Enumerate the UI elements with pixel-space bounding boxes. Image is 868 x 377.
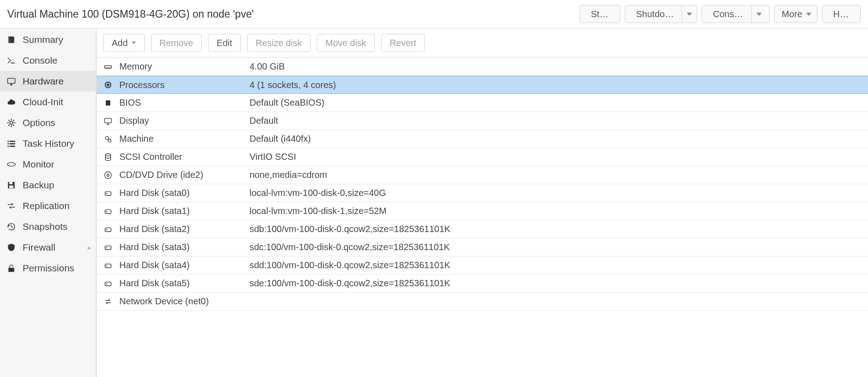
hdd-icon <box>97 189 119 198</box>
sidebar-item-label: Snapshots <box>23 221 67 232</box>
book-icon <box>6 35 16 45</box>
hdd-icon <box>97 261 119 270</box>
hardware-value: Default (i440fx) <box>246 134 868 144</box>
gears-icon <box>97 135 119 144</box>
hardware-value: 4.00 GiB <box>246 61 868 72</box>
hardware-grid: Memory4.00 GiBProcessors4 (1 sockets, 4 … <box>97 58 868 377</box>
sidebar-item-monitor[interactable]: Monitor <box>0 154 96 175</box>
sidebar-item-replication[interactable]: Replication <box>0 195 96 216</box>
sidebar-item-cloud-init[interactable]: Cloud-Init <box>0 92 96 112</box>
hardware-value: local-lvm:vm-100-disk-0,size=40G <box>246 188 868 198</box>
hardware-toolbar: Add Remove Edit Resize disk Move disk Re… <box>97 28 868 58</box>
disc-icon <box>97 171 119 180</box>
db-icon <box>97 153 119 162</box>
hardware-row[interactable]: Hard Disk (sata1)local-lvm:vm-100-disk-1… <box>97 202 868 220</box>
console-button[interactable]: Cons… <box>702 5 769 23</box>
cloud-icon <box>6 97 16 107</box>
remove-label: Remove <box>160 38 193 48</box>
sidebar-item-firewall[interactable]: Firewall▸ <box>0 237 96 258</box>
content-panel: Add Remove Edit Resize disk Move disk Re… <box>96 28 868 377</box>
sidebar-item-label: Summary <box>23 34 63 45</box>
more-button[interactable]: More <box>774 5 817 23</box>
add-label: Add <box>112 38 128 48</box>
hardware-row[interactable]: BIOSDefault (SeaBIOS) <box>97 94 868 112</box>
start-button[interactable]: St… <box>580 5 620 23</box>
sidebar-item-label: Monitor <box>23 159 54 170</box>
revert-label: Revert <box>390 38 416 48</box>
console-caret[interactable] <box>751 5 767 23</box>
chevron-right-icon: ▸ <box>88 243 91 252</box>
sidebar: SummaryConsoleHardwareCloud-InitOptionsT… <box>0 28 96 377</box>
sidebar-item-console[interactable]: Console <box>0 50 96 71</box>
hardware-name: SCSI Controller <box>119 152 246 162</box>
hardware-value: sdc:100/vm-100-disk-0.qcow2,size=1825361… <box>246 242 868 252</box>
sidebar-item-summary[interactable]: Summary <box>0 29 96 50</box>
edit-button[interactable]: Edit <box>208 34 241 52</box>
hardware-value: VirtIO SCSI <box>246 152 868 162</box>
hardware-name: BIOS <box>119 98 246 108</box>
hdd-icon <box>97 225 119 234</box>
shield-icon <box>6 242 16 252</box>
monitor-icon <box>97 116 119 126</box>
unlock-icon <box>6 263 16 273</box>
chevron-down-icon <box>756 13 762 16</box>
hardware-name: Machine <box>119 134 246 144</box>
sidebar-item-label: Firewall <box>23 242 55 253</box>
floppy-icon <box>6 180 16 190</box>
shutdown-button[interactable]: Shutdo… <box>625 5 697 23</box>
hdd-icon <box>97 243 119 252</box>
sidebar-item-backup[interactable]: Backup <box>0 175 96 195</box>
hardware-row[interactable]: Network Device (net0)=Bridge=vmbr0,firew… <box>97 293 868 311</box>
sidebar-item-options[interactable]: Options <box>0 112 96 133</box>
hardware-value: 4 (1 sockets, 4 cores) <box>246 80 868 90</box>
hardware-name: Hard Disk (sata5) <box>119 278 246 289</box>
repl-icon <box>6 201 16 211</box>
hardware-value: sdd:100/vm-100-disk-0.qcow2,size=1825361… <box>246 260 868 270</box>
hardware-name: Hard Disk (sata0) <box>119 188 246 198</box>
hardware-row[interactable]: SCSI ControllerVirtIO SCSI <box>97 148 868 166</box>
hdd-icon <box>97 279 119 288</box>
hardware-row[interactable]: Memory4.00 GiB <box>97 58 868 76</box>
sidebar-item-label: Replication <box>23 200 70 211</box>
hardware-row[interactable]: Hard Disk (sata2)sdb:100/vm-100-disk-0.q… <box>97 220 868 238</box>
start-label: St… <box>591 9 609 19</box>
hardware-row[interactable]: CD/DVD Drive (ide2)none,media=cdrom <box>97 166 868 184</box>
eye-icon <box>6 159 16 169</box>
hardware-row[interactable]: Hard Disk (sata5)sde:100/vm-100-disk-0.q… <box>97 275 868 293</box>
shutdown-label: Shutdo… <box>636 9 674 19</box>
sidebar-item-label: Options <box>23 117 55 128</box>
hardware-value: sde:100/vm-100-disk-0.qcow2,size=1825361… <box>246 278 868 289</box>
hardware-value: local-lvm:vm-100-disk-1,size=52M <box>246 206 868 216</box>
sidebar-item-label: Task History <box>23 138 74 149</box>
hardware-row[interactable]: Hard Disk (sata0)local-lvm:vm-100-disk-0… <box>97 184 868 202</box>
hardware-row[interactable]: DisplayDefault <box>97 112 868 130</box>
move-disk-button[interactable]: Move disk <box>317 34 375 52</box>
sidebar-item-label: Permissions <box>23 263 74 274</box>
more-label: More <box>782 9 802 19</box>
hardware-row[interactable]: MachineDefault (i440fx) <box>97 130 868 148</box>
revert-button[interactable]: Revert <box>381 34 425 52</box>
hardware-value: none,media=cdrom <box>246 170 868 180</box>
remove-button[interactable]: Remove <box>151 34 202 52</box>
sidebar-item-hardware[interactable]: Hardware <box>0 71 96 92</box>
resize-disk-button[interactable]: Resize disk <box>247 34 311 52</box>
hardware-row[interactable]: Hard Disk (sata4)sdd:100/vm-100-disk-0.q… <box>97 256 868 275</box>
sidebar-item-snapshots[interactable]: Snapshots <box>0 216 96 237</box>
hardware-row[interactable]: Hard Disk (sata3)sdc:100/vm-100-disk-0.q… <box>97 238 868 256</box>
hardware-name: Memory <box>119 61 246 72</box>
cpu-icon <box>97 80 119 89</box>
sidebar-item-task-history[interactable]: Task History <box>0 133 96 154</box>
help-button[interactable]: ? H… <box>822 5 861 23</box>
memory-icon <box>97 62 119 71</box>
hardware-value: Default <box>246 116 868 126</box>
add-button[interactable]: Add <box>103 34 145 52</box>
shutdown-caret[interactable] <box>682 5 697 23</box>
hardware-row[interactable]: Processors4 (1 sockets, 4 cores) <box>97 76 868 94</box>
sidebar-item-label: Hardware <box>23 76 64 87</box>
terminal-icon <box>6 56 16 65</box>
sidebar-item-permissions[interactable]: Permissions <box>0 258 96 279</box>
hardware-name: Network Device (net0) <box>119 296 246 307</box>
history-icon <box>6 222 16 232</box>
chevron-down-icon <box>132 42 136 44</box>
chip-icon <box>97 98 119 107</box>
